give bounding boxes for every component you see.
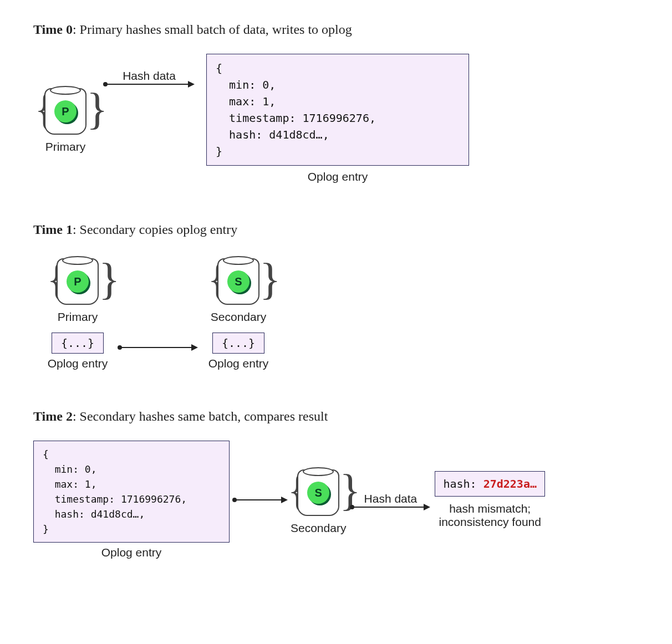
oplog-label: Oplog entry — [101, 546, 162, 559]
jar-lid-icon — [303, 467, 334, 476]
mismatch-line2: inconsistency found — [439, 515, 541, 529]
brace-right-icon: } — [86, 84, 96, 137]
node-letter: P — [74, 275, 81, 288]
secondary-label: Secondary — [291, 522, 346, 535]
node-letter: S — [315, 487, 322, 499]
database-primary-icon: { P } — [51, 254, 104, 307]
time1-title-bold: Time 1 — [33, 222, 73, 237]
time0-title-rest: : Primary hashes small batch of data, wr… — [73, 22, 352, 37]
arrow-icon — [119, 347, 197, 348]
time1-title-rest: : Secondary copies oplog entry — [73, 222, 237, 237]
database-primary-icon: { P } — [39, 84, 92, 137]
hash-data-label: Hash data — [123, 69, 176, 83]
brace-left-icon: { — [287, 465, 297, 518]
secondary-col: { S } Secondary {...} Oplog entry — [200, 254, 277, 370]
time2-title-rest: : Secondary hashes same batch, compares … — [73, 409, 328, 423]
time0-section: Time 0: Primary hashes small batch of da… — [33, 22, 639, 183]
hash-prefix: hash: — [443, 477, 483, 490]
database-secondary-icon: { S } — [212, 254, 265, 307]
time1-title: Time 1: Secondary copies oplog entry — [33, 222, 639, 237]
mismatch-line1: hash mismatch; — [449, 502, 531, 515]
hash-result-box: hash: 27d223a… — [435, 471, 545, 497]
jar-lid-icon — [223, 256, 254, 265]
oplog-label: Oplog entry — [308, 170, 368, 183]
primary-label: Primary — [45, 140, 85, 154]
oplog-code-box: { min: 0, max: 1, timestamp: 1716996276,… — [206, 54, 469, 166]
primary-oplog-label: Oplog entry — [48, 357, 108, 370]
jar-lid-icon — [50, 86, 81, 95]
time1-section: Time 1: Secondary copies oplog entry { P… — [33, 222, 639, 370]
brace-right-icon: } — [339, 465, 349, 518]
time2-section: Time 2: Secondary hashes same batch, com… — [33, 409, 639, 559]
time2-title-bold: Time 2 — [33, 409, 73, 423]
time0-title: Time 0: Primary hashes small batch of da… — [33, 22, 639, 37]
brace-right-icon: } — [259, 254, 269, 307]
time2-title: Time 2: Secondary hashes same batch, com… — [33, 409, 639, 424]
primary-node-col: { P } Primary — [39, 84, 92, 154]
arrow-icon — [234, 499, 287, 500]
node-ball-icon: S — [227, 270, 250, 293]
database-secondary-icon: { S } — [292, 465, 345, 518]
node-ball-icon: P — [54, 100, 77, 122]
left-arrow-wrap — [230, 467, 291, 533]
time0-title-bold: Time 0 — [33, 22, 73, 37]
node-ball-icon: S — [307, 482, 329, 504]
brace-left-icon: { — [47, 254, 57, 307]
jar-lid-icon — [62, 256, 93, 265]
primary-label: Primary — [58, 310, 98, 324]
secondary-label: Secondary — [211, 310, 266, 324]
hash-result-col: hash: 27d223a… hash mismatch; inconsiste… — [435, 471, 545, 529]
secondary-node-col: { S } Secondary — [291, 465, 346, 535]
oplog-code-box: { min: 0, max: 1, timestamp: 1716996276,… — [33, 441, 230, 543]
node-letter: S — [235, 275, 242, 288]
hash-value: 27d223a… — [483, 477, 537, 490]
copy-arrow-wrap — [116, 254, 200, 348]
secondary-oplog-box: {...} — [212, 333, 264, 354]
hash-data-label: Hash data — [364, 492, 418, 505]
brace-right-icon: } — [99, 254, 109, 307]
arrow-icon — [352, 507, 429, 508]
oplog-entry-col: { min: 0, max: 1, timestamp: 1716996276,… — [206, 54, 469, 183]
brace-left-icon: { — [34, 84, 44, 137]
oplog-entry-col: { min: 0, max: 1, timestamp: 1716996276,… — [33, 441, 230, 559]
primary-col: { P } Primary {...} Oplog entry — [39, 254, 116, 370]
node-letter: P — [62, 105, 69, 118]
brace-left-icon: { — [207, 254, 217, 307]
secondary-oplog-label: Oplog entry — [208, 357, 269, 370]
primary-oplog-box: {...} — [52, 333, 104, 354]
hash-arrow-col: Hash data — [102, 54, 196, 85]
node-ball-icon: P — [67, 270, 89, 293]
arrow-icon — [105, 84, 194, 85]
